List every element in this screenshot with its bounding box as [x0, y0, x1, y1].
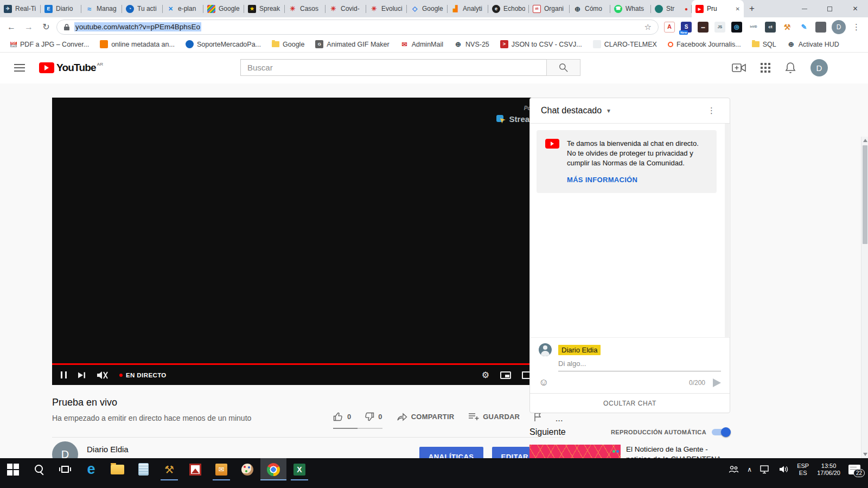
language-indicator[interactable]: ESP ES	[797, 463, 809, 477]
browser-profile-avatar[interactable]: D	[832, 20, 846, 34]
chat-message-input[interactable]	[558, 358, 721, 371]
chat-scrollbar[interactable]	[725, 124, 729, 337]
volume-muted-icon[interactable]	[97, 371, 108, 380]
paint-icon[interactable]	[234, 458, 260, 480]
settings-gear-icon[interactable]: ⚙	[482, 370, 489, 380]
browser-tab[interactable]: ◔Tu acti	[122, 0, 163, 17]
bookmark-item[interactable]: SoporteMercadoPa...	[181, 38, 266, 50]
bookmark-item[interactable]: Google	[267, 38, 309, 50]
people-icon[interactable]	[729, 465, 739, 473]
scroll-down-icon[interactable]	[863, 453, 867, 456]
address-bar[interactable]: youtube.com/watch?v=pPEm4BphsEo ☆	[56, 20, 659, 35]
browser-tab[interactable]: EDiario	[41, 0, 81, 17]
photo-app-icon[interactable]	[182, 458, 208, 480]
scrollbar-thumb[interactable]	[863, 145, 867, 244]
feather-extension-icon[interactable]: ✎	[799, 22, 809, 33]
url-text[interactable]: youtube.com/watch?v=pPEm4BphsEo	[74, 22, 201, 31]
browser-tab[interactable]: ☀Casos	[285, 0, 326, 17]
tray-expand-icon[interactable]: ∧	[747, 466, 752, 473]
browser-tab[interactable]: ★Spreak	[244, 0, 285, 17]
video-player[interactable]: Powered by StreamYard EN DIRECTO ⚙	[52, 98, 563, 385]
incognito-spy-extension-icon[interactable]: ▬	[698, 22, 709, 33]
crosshair-extension-icon[interactable]: ◎	[731, 22, 742, 33]
forward-icon[interactable]: →	[22, 22, 36, 32]
back-icon[interactable]: ←	[4, 22, 18, 32]
bookmark-item[interactable]: ⊕NVS-25	[449, 38, 494, 50]
notifications-bell-icon[interactable]	[785, 62, 796, 74]
chat-title[interactable]: Chat destacado	[541, 106, 602, 115]
action-center-icon[interactable]: 22	[848, 465, 860, 474]
like-button[interactable]: 0	[333, 410, 351, 423]
volume-icon[interactable]	[779, 465, 789, 473]
autoplay-toggle[interactable]	[712, 429, 730, 435]
clock[interactable]: 13:50 17/06/20	[817, 463, 840, 477]
browser-tab[interactable]: Google	[203, 0, 244, 17]
reload-icon[interactable]: ↻	[39, 22, 53, 32]
browser-tab[interactable]: ☎Whats	[610, 0, 651, 17]
excel-icon[interactable]	[286, 458, 312, 480]
bookmark-star-icon[interactable]: ☆	[644, 22, 652, 32]
browser-tab[interactable]: ▶Pru✕	[692, 0, 744, 17]
browser-tab[interactable]: ✕e-plan	[163, 0, 203, 17]
file-explorer-icon[interactable]	[104, 458, 130, 480]
browser-tab[interactable]: ☀Covid-	[326, 0, 366, 17]
maximize-button[interactable]	[817, 0, 843, 17]
bookmark-item[interactable]: SQL	[747, 38, 781, 50]
scroll-up-icon[interactable]	[863, 139, 867, 142]
youtube-logo[interactable]: YouTube AR	[39, 62, 103, 74]
ct-extension-icon[interactable]: ct	[765, 22, 776, 33]
js-toggle-extension-icon[interactable]: JS	[714, 22, 725, 33]
tools-app-icon[interactable]	[156, 458, 182, 480]
invid-extension-icon[interactable]: InVID	[748, 22, 759, 33]
tab-close-icon[interactable]: ✕	[736, 6, 740, 12]
browser-menu-icon[interactable]	[849, 22, 864, 32]
browser-tab[interactable]: ▟Analyti	[448, 0, 488, 17]
hammer-tool-extension-icon[interactable]: ⚒	[782, 22, 793, 33]
miniplayer-icon[interactable]	[500, 371, 511, 379]
bookmark-item[interactable]: CLARO-TELMEX	[588, 38, 662, 50]
bookmark-item[interactable]: ✉AdminMail	[395, 38, 448, 50]
browser-tab[interactable]: ✈Real-Ti	[0, 0, 41, 17]
search-button[interactable]	[546, 59, 580, 76]
browser-tab[interactable]: ⊕Cómo	[570, 0, 610, 17]
bookmark-item[interactable]: PDFJPGPDF a JPG – Conver...	[5, 38, 94, 50]
browser-tab[interactable]: ☀Evoluci	[366, 0, 407, 17]
puzzle-extensions-icon[interactable]	[815, 22, 826, 33]
edge-icon[interactable]	[78, 458, 104, 480]
minimize-button[interactable]	[792, 0, 817, 17]
share-button[interactable]: COMPARTIR	[397, 410, 455, 423]
bookmark-item[interactable]: Facebook Journalis...	[663, 38, 746, 50]
acrobat-extension-icon[interactable]: A	[664, 22, 675, 33]
save-button[interactable]: GUARDAR	[468, 410, 520, 423]
network-icon[interactable]	[760, 465, 771, 474]
start-button[interactable]	[0, 458, 26, 480]
chevron-down-icon[interactable]: ▼	[606, 108, 611, 114]
hide-chat-button[interactable]: OCULTAR CHAT	[530, 393, 730, 413]
page-scrollbar[interactable]	[861, 137, 868, 458]
browser-tab[interactable]: IROrgani	[529, 0, 570, 17]
browser-tab[interactable]: ◇Google	[407, 0, 448, 17]
channel-name[interactable]: Diario Eldia	[87, 445, 129, 454]
emoji-icon[interactable]: ☺	[539, 377, 548, 388]
next-icon[interactable]	[78, 371, 86, 379]
hamburger-menu-icon[interactable]	[14, 64, 25, 72]
account-avatar[interactable]: D	[810, 59, 828, 76]
more-info-link[interactable]: MÁS INFORMACIÓN	[567, 176, 637, 184]
chat-menu-icon[interactable]	[704, 106, 719, 115]
pause-icon[interactable]	[61, 371, 67, 378]
bookmark-item[interactable]: online metadata an...	[95, 38, 180, 50]
bookmark-item[interactable]: >JSON to CSV - CSVJ...	[495, 38, 587, 50]
taskbar-search-icon[interactable]	[26, 458, 52, 480]
search-input[interactable]	[240, 59, 546, 76]
create-video-icon[interactable]	[732, 63, 746, 73]
new-tab-button[interactable]: +	[744, 1, 760, 16]
dislike-button[interactable]: 0	[364, 410, 382, 423]
browser-tab[interactable]: Str●	[651, 0, 692, 17]
bookmark-item[interactable]: GAnimated GIF Maker	[310, 38, 394, 50]
bookmark-item[interactable]: ⊕Activate HUD	[782, 38, 844, 50]
notepad-icon[interactable]	[130, 458, 156, 480]
more-actions-icon[interactable]: ...	[556, 412, 563, 425]
task-view-icon[interactable]	[52, 458, 78, 480]
close-window-button[interactable]: ✕	[843, 0, 868, 17]
browser-tab[interactable]: ≈Manag	[81, 0, 122, 17]
